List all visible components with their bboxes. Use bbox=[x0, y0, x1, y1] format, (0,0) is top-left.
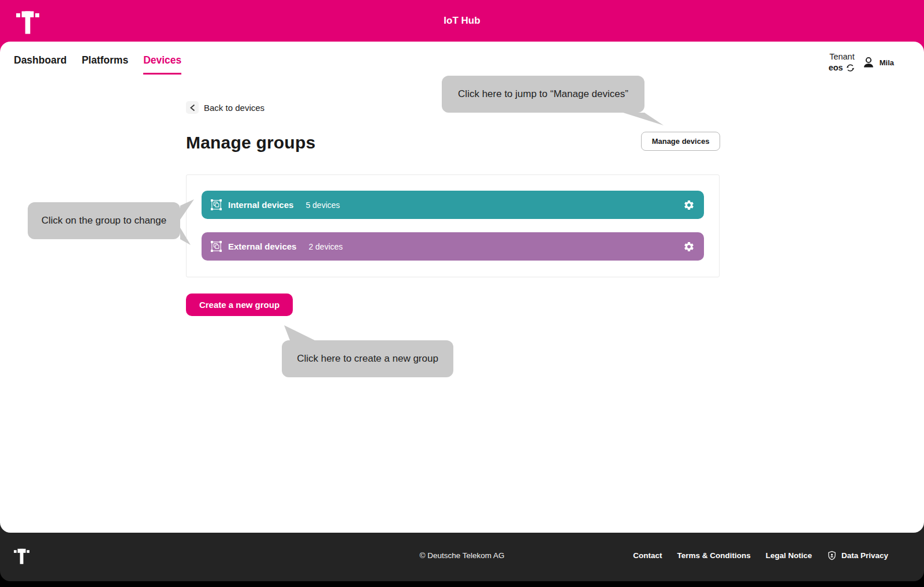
footer-link-terms[interactable]: Terms & Conditions bbox=[677, 551, 750, 560]
switch-tenant-icon[interactable] bbox=[846, 64, 855, 72]
group-icon bbox=[211, 241, 222, 252]
back-to-devices-link[interactable]: Back to devices bbox=[186, 101, 264, 114]
gear-icon bbox=[683, 199, 695, 211]
user-menu[interactable]: Mila bbox=[862, 55, 894, 69]
tenant-block: Tenant eos bbox=[829, 51, 855, 73]
back-link-label: Back to devices bbox=[204, 103, 264, 113]
manage-devices-button[interactable]: Manage devices bbox=[641, 132, 720, 151]
create-group-button[interactable]: Create a new group bbox=[186, 294, 293, 316]
tooltip-pointer bbox=[180, 199, 194, 246]
group-device-count: 5 devices bbox=[305, 200, 340, 210]
app-window: IoT Hub Dashboard Platforms Devices Tena… bbox=[0, 0, 924, 587]
user-name: Mila bbox=[880, 58, 894, 67]
copyright-text: © Deutsche Telekom AG bbox=[419, 551, 504, 560]
tooltip-create-text: Click here to create a new group bbox=[297, 353, 438, 365]
account-area: Tenant eos Mila bbox=[829, 51, 894, 73]
tenant-name: eos bbox=[829, 62, 843, 73]
footer-link-privacy-wrap: Data Privacy bbox=[827, 551, 888, 560]
footer-links: Contact Terms & Conditions Legal Notice … bbox=[633, 551, 888, 560]
nav-item-platforms[interactable]: Platforms bbox=[81, 54, 128, 75]
tooltip-pointer bbox=[623, 113, 664, 125]
group-device-count: 2 devices bbox=[308, 242, 342, 251]
group-name: Internal devices bbox=[228, 200, 293, 210]
footer-link-privacy[interactable]: Data Privacy bbox=[841, 551, 888, 560]
tooltip-create-group: Click here to create a new group bbox=[282, 340, 453, 377]
group-name: External devices bbox=[228, 242, 296, 251]
tooltip-group-text: Click on the group to change bbox=[42, 215, 166, 226]
group-settings-button[interactable] bbox=[683, 199, 695, 211]
tooltip-group-change: Click on the group to change bbox=[28, 202, 180, 239]
tooltip-manage-devices: Click here to jump to “Manage devices” bbox=[442, 76, 644, 113]
privacy-shield-icon bbox=[827, 551, 837, 560]
nav-item-devices[interactable]: Devices bbox=[143, 54, 181, 75]
tooltip-pointer bbox=[282, 325, 316, 340]
top-bar: IoT Hub bbox=[0, 0, 924, 42]
user-icon bbox=[862, 55, 875, 69]
app-title: IoT Hub bbox=[0, 0, 924, 42]
group-card-internal-devices[interactable]: Internal devices 5 devices bbox=[202, 191, 704, 219]
group-settings-button[interactable] bbox=[683, 241, 695, 252]
gear-icon bbox=[683, 241, 695, 252]
tooltip-manage-text: Click here to jump to “Manage devices” bbox=[458, 88, 628, 100]
main-panel: Dashboard Platforms Devices Tenant eos bbox=[0, 42, 924, 533]
page-title: Manage groups bbox=[186, 133, 315, 153]
chevron-left-icon bbox=[186, 101, 199, 114]
group-icon bbox=[211, 199, 222, 210]
group-card-external-devices[interactable]: External devices 2 devices bbox=[202, 232, 704, 261]
footer-link-contact[interactable]: Contact bbox=[633, 551, 662, 560]
footer-link-legal[interactable]: Legal Notice bbox=[766, 551, 812, 560]
telekom-logo-icon bbox=[14, 546, 29, 564]
nav-item-dashboard[interactable]: Dashboard bbox=[14, 54, 66, 75]
primary-nav: Dashboard Platforms Devices bbox=[14, 54, 181, 75]
tenant-label: Tenant bbox=[829, 51, 855, 62]
groups-container: Internal devices 5 devices bbox=[186, 174, 720, 277]
